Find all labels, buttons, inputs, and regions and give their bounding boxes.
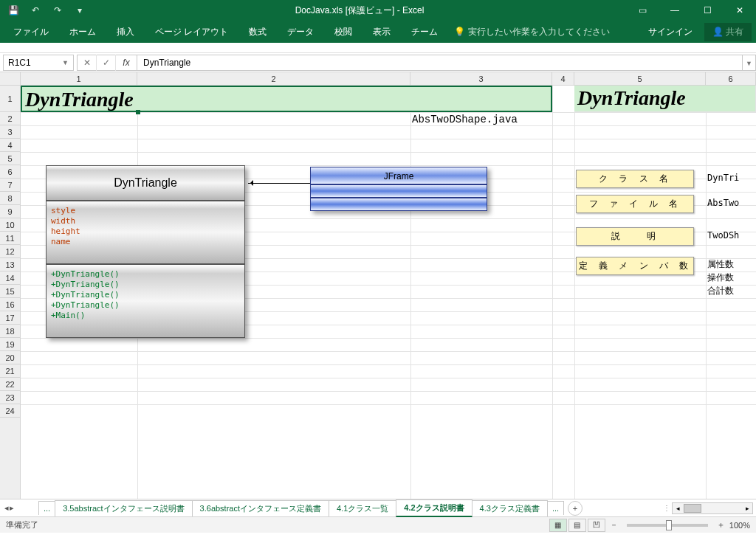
row-header[interactable]: 4	[0, 139, 20, 152]
row-header[interactable]: 9	[0, 205, 20, 218]
row-header[interactable]: 22	[0, 378, 20, 391]
row-header[interactable]: 20	[0, 351, 20, 364]
save-button[interactable]: 💾	[4, 2, 22, 18]
tab-split-handle[interactable]: ⋮	[663, 504, 670, 512]
undo-button[interactable]: ↶	[27, 2, 44, 18]
col-header[interactable]: 1	[21, 72, 137, 85]
uml-jframe-box[interactable]: JFrame	[310, 167, 487, 211]
row-header[interactable]: 8	[0, 192, 20, 205]
ribbon-spacer-strip	[0, 43, 756, 53]
cancel-formula-button[interactable]: ✕	[78, 55, 97, 71]
tell-me-search[interactable]: 💡 実行したい作業を入力してください	[450, 26, 614, 38]
person-icon: 👤	[712, 27, 724, 37]
sheet-title-cell[interactable]: DynTriangle	[21, 86, 552, 112]
col-header[interactable]: 2	[137, 72, 410, 85]
select-all-button[interactable]	[0, 72, 20, 86]
zoom-level[interactable]: 100%	[729, 521, 750, 530]
name-box[interactable]: R1C1 ▼	[3, 55, 74, 71]
row-header[interactable]: 11	[0, 232, 20, 245]
uml-class-box[interactable]: DynTriangle style width height name +Dyn…	[46, 165, 245, 338]
row-header[interactable]: 2	[0, 112, 20, 125]
share-button[interactable]: 👤 共有	[704, 23, 752, 41]
col-header[interactable]: 6	[706, 72, 756, 85]
row-header[interactable]: 6	[0, 165, 20, 179]
col-header[interactable]: 4	[552, 72, 574, 85]
undo-icon: ↶	[32, 5, 39, 15]
row-header[interactable]: 1	[0, 86, 20, 112]
col-header[interactable]: 5	[574, 72, 706, 85]
zoom-in-button[interactable]: ＋	[717, 519, 725, 530]
row-header[interactable]: 16	[0, 298, 20, 311]
tab-review[interactable]: 校閲	[326, 23, 361, 41]
ribbon-display-button[interactable]: ▭	[626, 0, 659, 21]
row-header[interactable]: 12	[0, 245, 20, 258]
new-sheet-button[interactable]: +	[568, 501, 583, 516]
view-normal-button[interactable]: ▦	[549, 519, 567, 532]
tab-home[interactable]: ホーム	[61, 23, 105, 41]
tab-overflow-right[interactable]: ...	[547, 501, 564, 515]
row-header[interactable]: 14	[0, 272, 20, 285]
formula-input[interactable]	[137, 55, 743, 71]
tab-view[interactable]: 表示	[364, 23, 399, 41]
row-header[interactable]: 15	[0, 285, 20, 298]
qat-custom-button[interactable]: ▾	[71, 2, 89, 18]
sheet-tab[interactable]: 4.3クラス定義書	[472, 500, 548, 516]
window-title: DocJava.xls [保護ビュー] - Excel	[93, 4, 626, 17]
zoom-knob[interactable]	[666, 520, 672, 530]
formula-expand-button[interactable]: ▼	[743, 55, 756, 71]
tab-pagelayout[interactable]: ページ レイアウト	[146, 23, 237, 41]
value-classname: DynTri	[707, 173, 739, 183]
tab-formulas[interactable]: 数式	[240, 23, 275, 41]
uml-attribute: name	[51, 237, 240, 247]
row-header[interactable]: 24	[0, 404, 20, 418]
tab-nav-first[interactable]: ◂	[4, 503, 9, 513]
grid-area[interactable]: 1 2 3 4 5 6 DynTriangle	[21, 72, 756, 499]
row-header[interactable]: 19	[0, 338, 20, 351]
row-header[interactable]: 18	[0, 325, 20, 338]
sheet-tab-active[interactable]: 4.2クラス説明書	[396, 499, 472, 517]
fill-handle[interactable]	[136, 110, 140, 114]
fx-icon[interactable]: fx	[116, 58, 137, 68]
sheet-tab[interactable]: 3.5abstractインタフェース説明書	[55, 500, 192, 516]
scroll-right-icon[interactable]: ▸	[742, 505, 752, 512]
tab-insert[interactable]: 挿入	[108, 23, 143, 41]
col-header[interactable]: 3	[410, 72, 552, 85]
horizontal-scrollbar[interactable]: ◂ ▸	[672, 502, 753, 514]
row-header[interactable]: 23	[0, 391, 20, 404]
tab-nav-prev[interactable]: ▸	[10, 503, 14, 513]
tab-overflow-left[interactable]: ...	[38, 501, 55, 515]
row-header[interactable]: 21	[0, 364, 20, 378]
view-pagelayout-button[interactable]: ▤	[568, 519, 586, 532]
minimize-button[interactable]: —	[659, 0, 691, 21]
sheet-title-cell-right[interactable]: DynTriangle	[574, 86, 756, 112]
row-header[interactable]: 10	[0, 218, 20, 232]
scroll-left-icon[interactable]: ◂	[673, 505, 683, 512]
view-pagebreak-button[interactable]: 凹	[588, 519, 605, 532]
zoom-slider[interactable]	[627, 524, 708, 527]
redo-button[interactable]: ↷	[49, 2, 66, 18]
worksheet-area: 1 2 3 4 5 6 7 8 9 10 11 12 13 14 15 16 1…	[0, 72, 756, 499]
close-button[interactable]: ✕	[724, 0, 756, 21]
name-box-value: R1C1	[8, 58, 31, 68]
row-header[interactable]: 5	[0, 152, 20, 165]
uml-attribute: width	[51, 216, 240, 226]
tab-team[interactable]: チーム	[402, 23, 447, 41]
signin-link[interactable]: サインイン	[639, 23, 701, 41]
maximize-button[interactable]: ☐	[691, 0, 724, 21]
row-header[interactable]: 17	[0, 311, 20, 325]
zoom-out-button[interactable]: －	[610, 519, 618, 530]
save-icon: 💾	[8, 5, 19, 15]
tab-data[interactable]: データ	[278, 23, 323, 41]
tab-file[interactable]: ファイル	[4, 23, 58, 41]
grid-icon: ▦	[554, 521, 561, 529]
uml-jframe-attrs	[310, 184, 487, 198]
sheet-tab[interactable]: 4.1クラス一覧	[329, 500, 396, 516]
scroll-thumb[interactable]	[684, 504, 701, 513]
sheet-tab[interactable]: 3.6abstractインタフェース定義書	[192, 500, 329, 516]
value-total-count: 合計数	[707, 285, 734, 297]
row-header[interactable]: 3	[0, 125, 20, 139]
row-header[interactable]: 7	[0, 179, 20, 192]
enter-formula-button[interactable]: ✓	[97, 55, 116, 71]
row-header[interactable]: 13	[0, 258, 20, 272]
label-member-count: 定 義 メ ン バ 数	[576, 257, 694, 275]
